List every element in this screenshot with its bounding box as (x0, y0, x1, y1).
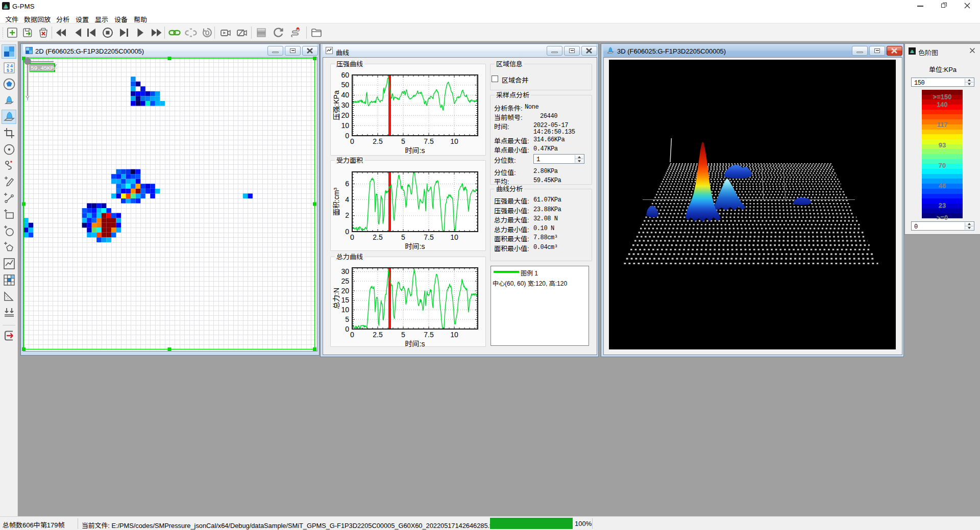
svg-text:3: 3 (10, 68, 13, 73)
svg-text:时间:s: 时间:s (405, 340, 425, 348)
svg-text:0: 0 (345, 325, 349, 333)
svg-text:25: 25 (341, 277, 349, 285)
svg-text:2.5: 2.5 (373, 331, 383, 339)
svg-text:Y: Y (26, 95, 30, 103)
svg-text:20: 20 (341, 111, 349, 119)
svg-text:5: 5 (401, 331, 405, 339)
svg-text:10: 10 (341, 121, 349, 130)
svg-text:10: 10 (341, 306, 349, 314)
svg-text:0: 0 (345, 132, 349, 140)
svg-text:2.5: 2.5 (373, 233, 383, 241)
svg-text:5: 5 (401, 137, 405, 145)
svg-text:4: 4 (345, 195, 349, 204)
svg-text:SMiT: SMiT (4, 7, 9, 10)
svg-text:0: 0 (350, 137, 354, 145)
svg-text:时间:s: 时间:s (405, 242, 425, 250)
svg-text:压强:KPa: 压强:KPa (332, 90, 340, 120)
svg-text:50: 50 (341, 81, 349, 89)
svg-text:总力:N: 总力:N (332, 288, 340, 309)
svg-text:0: 0 (345, 228, 349, 236)
svg-text:10: 10 (450, 233, 458, 241)
svg-text:5: 5 (345, 315, 349, 323)
svg-text:5: 5 (401, 233, 405, 241)
svg-text:59.45KPa: 59.45KPa (31, 65, 57, 71)
svg-text:7.5: 7.5 (424, 233, 434, 241)
svg-text:10: 10 (450, 331, 458, 339)
svg-text:5: 5 (7, 68, 9, 73)
svg-text:15: 15 (341, 296, 349, 304)
svg-text:20: 20 (341, 287, 349, 295)
svg-text:60: 60 (341, 71, 349, 79)
svg-text:0: 0 (350, 331, 354, 339)
svg-text:30: 30 (341, 267, 349, 275)
svg-text:7.5: 7.5 (424, 331, 434, 339)
svg-text:时间:s: 时间:s (405, 146, 425, 155)
svg-text:10: 10 (450, 137, 458, 145)
svg-text:2.5: 2.5 (373, 137, 383, 145)
svg-text:0: 0 (350, 233, 354, 241)
svg-text:面积:cm³: 面积:cm³ (332, 188, 340, 216)
svg-text:6: 6 (345, 180, 349, 188)
svg-text:2: 2 (345, 211, 349, 219)
svg-text:40: 40 (341, 91, 349, 99)
svg-text:7.5: 7.5 (424, 137, 434, 145)
svg-text:30: 30 (341, 101, 349, 109)
